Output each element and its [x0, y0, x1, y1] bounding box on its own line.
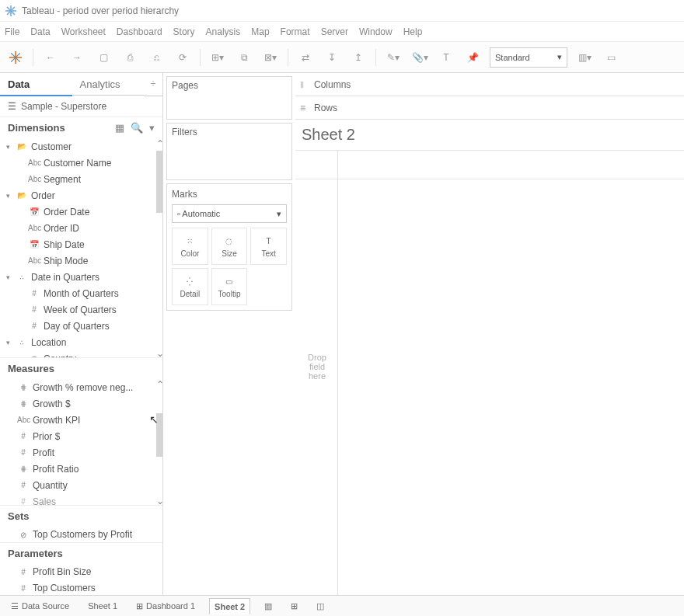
- viz-column-divider: [337, 151, 338, 595]
- tree-field-ship-mode[interactable]: AbcShip Mode: [0, 252, 162, 269]
- marks-tooltip-button[interactable]: ▭Tooltip: [211, 268, 248, 305]
- tree-field-segment[interactable]: AbcSegment: [0, 171, 162, 187]
- save-icon[interactable]: ▢: [94, 48, 113, 67]
- fix-axis-icon[interactable]: 📌: [463, 48, 482, 67]
- filters-shelf[interactable]: Filters: [166, 123, 292, 180]
- tree-field-week-of-quarters[interactable]: #Week of Quarters: [0, 301, 162, 318]
- dashboard-tab-1-label: Dashboard 1: [146, 601, 195, 611]
- sheet-title[interactable]: Sheet 2: [295, 120, 684, 150]
- sets-tree: ⊘Top Customers by Profit: [0, 527, 162, 542]
- tree-param-top-customers[interactable]: #Top Customers: [0, 580, 162, 595]
- menu-map[interactable]: Map: [251, 26, 269, 37]
- menu-analysis[interactable]: Analysis: [206, 26, 241, 37]
- undo-icon[interactable]: ←: [41, 48, 60, 67]
- tree-field-customer-name[interactable]: AbcCustomer Name: [0, 155, 162, 171]
- tree-measure-profit-ratio[interactable]: ⋕Profit Ratio: [0, 461, 162, 477]
- new-story-button[interactable]: ◫: [312, 598, 329, 614]
- tree-measure-sales[interactable]: #Sales: [0, 493, 162, 504]
- swap-icon[interactable]: ⇄: [296, 48, 315, 67]
- mark-type-selector[interactable]: ▫ Automatic ▾: [172, 204, 287, 223]
- menu-data[interactable]: Data: [30, 26, 50, 37]
- fit-selector[interactable]: Standard ▾: [490, 47, 567, 68]
- scroll-up-caret-measures[interactable]: ⌃: [156, 379, 162, 388]
- drop-field-hint: Drop field here: [302, 353, 333, 381]
- tree-param-profit-bin-size[interactable]: #Profit Bin Size: [0, 564, 162, 580]
- sheet-tab-2-label: Sheet 2: [215, 602, 245, 611]
- new-worksheet-button[interactable]: ▥: [260, 598, 277, 614]
- tree-measure-prior-dollar[interactable]: #Prior $: [0, 428, 162, 444]
- new-datasource-icon[interactable]: ⎙: [120, 48, 139, 67]
- scrollbar-thumb[interactable]: [156, 151, 162, 213]
- sheet-tab-1[interactable]: Sheet 1: [83, 598, 122, 614]
- tree-folder-customer[interactable]: ▾📂Customer: [0, 138, 162, 155]
- menu-format[interactable]: Format: [281, 26, 310, 37]
- tree-field-order-id[interactable]: AbcOrder ID: [0, 220, 162, 236]
- sort-desc-icon[interactable]: ↥: [349, 48, 368, 67]
- view-area: ⦀ Columns ≡ Rows Sheet 2 Drop field here: [295, 73, 684, 595]
- autoupdate-icon[interactable]: ⎌: [147, 48, 166, 67]
- context-menu-icon[interactable]: ▾: [149, 122, 155, 134]
- menu-worksheet[interactable]: Worksheet: [61, 26, 106, 37]
- tree-measure-growth-pct[interactable]: ⋕Growth % remove neg...: [0, 379, 162, 395]
- detail-icon: ⁛: [187, 276, 193, 288]
- dashboard-tab-1[interactable]: ⊞ Dashboard 1: [131, 598, 200, 614]
- datasource-row[interactable]: ☰ Sample - Superstore: [0, 96, 162, 117]
- tree-set-top-customers[interactable]: ⊘Top Customers by Profit: [0, 527, 162, 542]
- tree-measure-profit[interactable]: #Profit: [0, 444, 162, 461]
- tree-field-order-date[interactable]: 📅Order Date: [0, 204, 162, 220]
- tree-measure-quantity[interactable]: #Quantity: [0, 477, 162, 493]
- sidebar-menu-icon[interactable]: ÷: [144, 73, 162, 96]
- tree-field-country[interactable]: ⊕Country: [0, 350, 162, 357]
- window-titlebar: Tableau - period over period hierarchy: [0, 0, 684, 22]
- show-me-icon[interactable]: ▥▾: [575, 48, 594, 67]
- menu-story[interactable]: Story: [173, 26, 195, 37]
- tree-measure-growth-dollar[interactable]: ⋕Growth $: [0, 395, 162, 412]
- scroll-down-caret[interactable]: ⌄: [156, 348, 162, 357]
- tree-folder-order[interactable]: ▾📂Order: [0, 187, 162, 204]
- sheet-tab-2[interactable]: Sheet 2: [209, 598, 250, 614]
- sort-asc-icon[interactable]: ↧: [323, 48, 341, 67]
- tab-analytics[interactable]: Analytics: [72, 74, 145, 96]
- columns-shelf[interactable]: ⦀ Columns: [295, 73, 684, 96]
- tree-hierarchy-location[interactable]: ▾⛬Location: [0, 334, 162, 350]
- marks-detail-button[interactable]: ⁛Detail: [172, 268, 208, 305]
- tree-field-day-of-quarters[interactable]: #Day of Quarters: [0, 318, 162, 334]
- new-dashboard-button[interactable]: ⊞: [286, 598, 302, 614]
- window-title: Tableau - period over period hierarchy: [22, 5, 179, 16]
- clear-icon[interactable]: ⊠▾: [261, 48, 280, 67]
- tab-data[interactable]: Data: [0, 74, 72, 96]
- highlight-icon[interactable]: ✎▾: [384, 48, 403, 67]
- mark-type-label: Automatic: [182, 209, 220, 218]
- group-icon[interactable]: 📎▾: [410, 48, 429, 67]
- menu-server[interactable]: Server: [321, 26, 348, 37]
- viz-canvas[interactable]: Drop field here: [295, 150, 684, 595]
- run-icon[interactable]: ⟳: [173, 48, 192, 67]
- tree-field-month-of-quarters[interactable]: #Month of Quarters: [0, 285, 162, 301]
- tree-measure-growth-kpi[interactable]: AbcGrowth KPI: [0, 412, 162, 428]
- tree-hierarchy-date-in-quarters[interactable]: ▾⛬Date in Quarters: [0, 269, 162, 285]
- menu-window[interactable]: Window: [359, 26, 393, 37]
- menu-help[interactable]: Help: [403, 26, 423, 37]
- duplicate-icon[interactable]: ⧉: [235, 48, 253, 67]
- menu-file[interactable]: File: [5, 26, 19, 37]
- marks-text-button[interactable]: TText: [250, 228, 287, 265]
- new-worksheet-icon[interactable]: ⊞▾: [208, 48, 227, 67]
- tree-field-ship-date[interactable]: 📅Ship Date: [0, 236, 162, 252]
- view-as-table-icon[interactable]: ▦: [115, 122, 124, 134]
- scroll-up-caret[interactable]: ⌃: [156, 138, 162, 148]
- marks-color-button[interactable]: ⁙Color: [172, 228, 208, 265]
- search-icon[interactable]: 🔍: [131, 122, 143, 134]
- labels-icon[interactable]: T: [437, 48, 455, 67]
- data-source-tab[interactable]: ☰ Data Source: [6, 598, 74, 614]
- rows-shelf[interactable]: ≡ Rows: [295, 96, 684, 120]
- menu-bar: File Data Worksheet Dashboard Story Anal…: [0, 22, 684, 42]
- redo-icon[interactable]: →: [68, 48, 86, 67]
- measures-tree: ⌃ ⌄ ⋕Growth % remove neg... ⋕Growth $ Ab…: [0, 379, 162, 504]
- menu-dashboard[interactable]: Dashboard: [117, 26, 162, 37]
- pages-shelf[interactable]: Pages: [166, 76, 292, 120]
- marks-size-button[interactable]: ◌Size: [211, 228, 248, 265]
- marks-card-label: Marks: [172, 189, 287, 200]
- presentation-icon[interactable]: ▭: [602, 48, 620, 67]
- scrollbar-thumb-measures[interactable]: [156, 413, 162, 457]
- start-page-icon[interactable]: [6, 48, 25, 67]
